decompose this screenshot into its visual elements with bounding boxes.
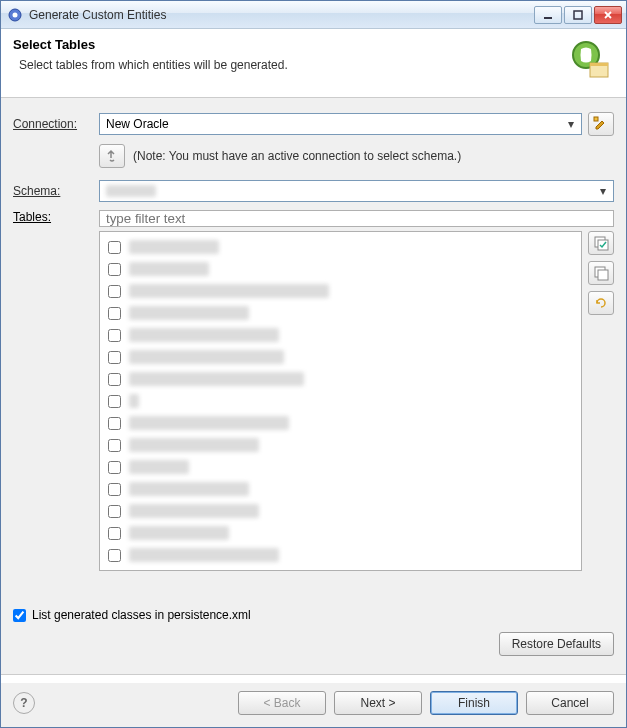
table-row[interactable] xyxy=(104,258,577,280)
table-row[interactable] xyxy=(104,478,577,500)
connection-label: Connection: xyxy=(13,117,93,131)
page-description: Select tables from which entities will b… xyxy=(19,58,566,72)
reconnect-button[interactable] xyxy=(99,144,125,168)
table-row[interactable] xyxy=(104,544,577,566)
svg-point-1 xyxy=(13,12,18,17)
table-name-obscured xyxy=(129,438,259,452)
table-checkbox[interactable] xyxy=(108,483,121,496)
svg-rect-2 xyxy=(544,17,552,19)
table-name-obscured xyxy=(129,262,209,276)
table-name-obscured xyxy=(129,306,249,320)
titlebar: Generate Custom Entities xyxy=(1,1,626,29)
connection-note-row: (Note: You must have an active connectio… xyxy=(99,144,614,168)
connection-row: Connection: New Oracle ▾ xyxy=(13,112,614,136)
table-name-obscured xyxy=(129,350,284,364)
chevron-down-icon: ▾ xyxy=(563,116,579,132)
svg-rect-6 xyxy=(590,63,608,66)
filter-input[interactable] xyxy=(99,210,614,227)
maximize-button[interactable] xyxy=(564,6,592,24)
schema-row: Schema: ▾ xyxy=(13,180,614,202)
wizard-header: Select Tables Select tables from which e… xyxy=(1,29,626,98)
table-name-obscured xyxy=(129,504,259,518)
table-row[interactable] xyxy=(104,324,577,346)
refresh-tables-button[interactable] xyxy=(588,291,614,315)
tables-row: Tables: xyxy=(13,210,614,600)
wizard-footer: ? < Back Next > Finish Cancel xyxy=(1,683,626,727)
window-title: Generate Custom Entities xyxy=(29,8,534,22)
back-button: < Back xyxy=(238,691,326,715)
select-all-button[interactable] xyxy=(588,231,614,255)
connection-value: New Oracle xyxy=(106,117,169,131)
help-button[interactable]: ? xyxy=(13,692,35,714)
table-row[interactable] xyxy=(104,500,577,522)
table-name-obscured xyxy=(129,240,219,254)
svg-rect-11 xyxy=(598,270,608,280)
table-checkbox[interactable] xyxy=(108,241,121,254)
schema-combo[interactable]: ▾ xyxy=(99,180,614,202)
table-checkbox[interactable] xyxy=(108,395,121,408)
close-button[interactable] xyxy=(594,6,622,24)
table-name-obscured xyxy=(129,482,249,496)
schema-value xyxy=(106,185,156,197)
restore-defaults-button[interactable]: Restore Defaults xyxy=(499,632,614,656)
table-checkbox[interactable] xyxy=(108,307,121,320)
table-row[interactable] xyxy=(104,346,577,368)
next-button[interactable]: Next > xyxy=(334,691,422,715)
table-checkbox[interactable] xyxy=(108,417,121,430)
table-name-obscured xyxy=(129,284,329,298)
svg-rect-7 xyxy=(594,117,598,121)
table-name-obscured xyxy=(129,548,279,562)
deselect-all-button[interactable] xyxy=(588,261,614,285)
tables-side-buttons xyxy=(588,231,614,571)
table-checkbox[interactable] xyxy=(108,263,121,276)
table-row[interactable] xyxy=(104,302,577,324)
table-row[interactable] xyxy=(104,522,577,544)
finish-button[interactable]: Finish xyxy=(430,691,518,715)
tables-label: Tables: xyxy=(13,210,51,224)
list-in-persistence-label[interactable]: List generated classes in persistence.xm… xyxy=(32,608,251,622)
new-connection-button[interactable] xyxy=(588,112,614,136)
restore-row: Restore Defaults xyxy=(13,626,614,666)
table-checkbox[interactable] xyxy=(108,329,121,342)
page-title: Select Tables xyxy=(13,37,566,52)
table-row[interactable] xyxy=(104,236,577,258)
svg-rect-3 xyxy=(574,11,582,19)
table-row[interactable] xyxy=(104,280,577,302)
footer-separator xyxy=(1,674,626,675)
tables-list[interactable] xyxy=(99,231,582,571)
table-checkbox[interactable] xyxy=(108,351,121,364)
table-checkbox[interactable] xyxy=(108,527,121,540)
list-in-persistence-checkbox[interactable] xyxy=(13,609,26,622)
table-row[interactable] xyxy=(104,434,577,456)
table-checkbox[interactable] xyxy=(108,461,121,474)
table-row[interactable] xyxy=(104,412,577,434)
table-name-obscured xyxy=(129,460,189,474)
table-checkbox[interactable] xyxy=(108,373,121,386)
table-checkbox[interactable] xyxy=(108,505,121,518)
dialog-window: Generate Custom Entities Select Tables S… xyxy=(0,0,627,728)
table-row[interactable] xyxy=(104,456,577,478)
wizard-content: Connection: New Oracle ▾ (Note: You must… xyxy=(1,98,626,674)
table-checkbox[interactable] xyxy=(108,285,121,298)
options-row: List generated classes in persistence.xm… xyxy=(13,600,614,626)
minimize-button[interactable] xyxy=(534,6,562,24)
table-row[interactable] xyxy=(104,390,577,412)
chevron-down-icon: ▾ xyxy=(595,183,611,199)
cancel-button[interactable]: Cancel xyxy=(526,691,614,715)
table-name-obscured xyxy=(129,372,304,386)
app-icon xyxy=(7,7,23,23)
table-name-obscured xyxy=(129,328,279,342)
table-name-obscured xyxy=(129,394,139,408)
table-name-obscured xyxy=(129,416,289,430)
table-checkbox[interactable] xyxy=(108,439,121,452)
wizard-banner-icon xyxy=(566,37,614,85)
connection-combo[interactable]: New Oracle ▾ xyxy=(99,113,582,135)
connection-note: (Note: You must have an active connectio… xyxy=(133,149,461,163)
table-row[interactable] xyxy=(104,368,577,390)
window-controls xyxy=(534,6,622,24)
table-name-obscured xyxy=(129,526,229,540)
table-checkbox[interactable] xyxy=(108,549,121,562)
schema-label: Schema: xyxy=(13,184,93,198)
